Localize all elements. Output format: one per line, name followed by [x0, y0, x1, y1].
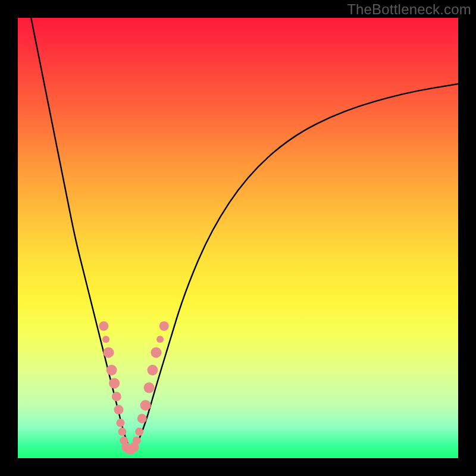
bead-marker: [102, 336, 109, 343]
chart-svg: [18, 18, 458, 458]
bead-marker: [99, 321, 108, 331]
bead-marker: [107, 365, 117, 375]
bead-marker: [133, 436, 141, 444]
bead-marker: [151, 347, 161, 358]
bead-marker: [135, 428, 143, 436]
bead-marker: [118, 428, 126, 436]
bead-marker: [137, 414, 147, 423]
bead-marker: [114, 405, 124, 415]
bead-marker: [144, 383, 155, 393]
bead-marker: [116, 419, 124, 427]
outer-frame: TheBottleneck.com: [0, 0, 476, 476]
bead-marker: [147, 365, 158, 375]
bead-marker: [159, 321, 169, 331]
bead-marker: [112, 392, 121, 401]
watermark-text: TheBottleneck.com: [347, 1, 471, 18]
bead-markers: [99, 321, 168, 454]
plot-area: [18, 18, 458, 458]
bead-marker: [103, 347, 114, 358]
bead-marker: [156, 336, 164, 343]
bottleneck-curve: [31, 18, 458, 448]
bead-marker: [109, 378, 120, 389]
bead-marker: [140, 400, 151, 411]
